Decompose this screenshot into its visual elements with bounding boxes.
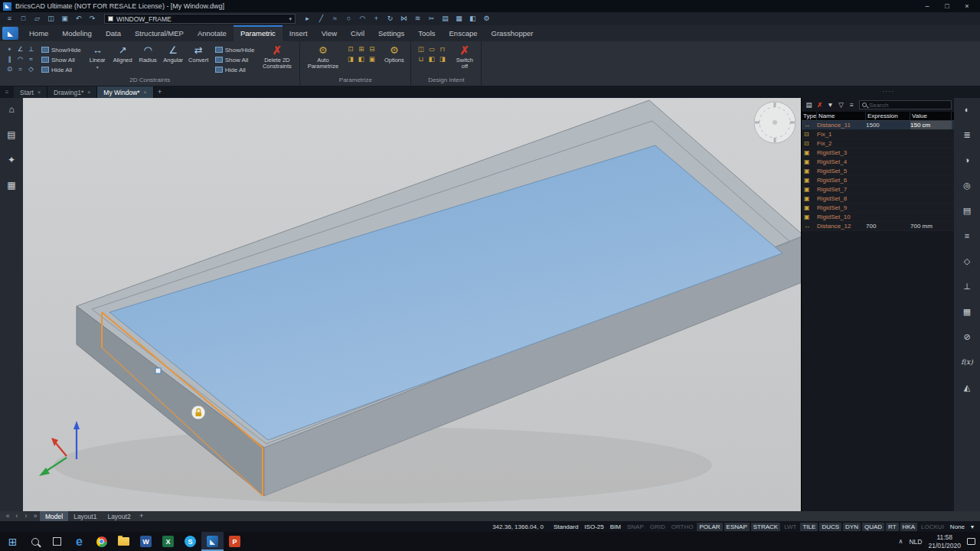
perpendicular-constraint-icon[interactable]: ⊥ [26, 44, 36, 54]
ribbon-tab[interactable]: Civil [344, 25, 371, 41]
redo-icon[interactable]: ↷ [86, 13, 99, 24]
properties-panel-icon[interactable]: ◐ [965, 102, 970, 117]
last-layout-icon[interactable]: » [31, 511, 40, 521]
open-file-icon[interactable]: ▱ [31, 13, 44, 24]
filter-parameters-icon[interactable]: ▽ [836, 100, 846, 110]
group-by-icon[interactable]: ≡ [847, 100, 857, 110]
document-tab[interactable]: Start × [14, 86, 47, 98]
status-toggle[interactable]: DYN [843, 523, 861, 531]
equal-constraint-icon[interactable]: = [15, 64, 25, 73]
ribbon-tab[interactable]: Insert [283, 25, 315, 41]
status-toggle[interactable]: STRACK [751, 523, 780, 531]
close-tab-icon[interactable]: × [38, 90, 41, 95]
ribbon-tab[interactable]: View [315, 25, 344, 41]
intent-equal-icon[interactable]: ⊓ [437, 44, 447, 54]
ribbon-tab[interactable]: Annotate [191, 25, 234, 41]
intent-coaxial-icon[interactable]: ▭ [426, 44, 436, 54]
viewport-3d-canvas[interactable] [23, 98, 801, 511]
parameter-row[interactable]: ▣ RigidSet_4 [802, 158, 954, 167]
materials-panel-icon[interactable]: ◑ [965, 152, 970, 168]
status-toggle[interactable]: HKA [900, 523, 917, 531]
offset-icon[interactable]: ≋ [411, 13, 424, 24]
design-intent-switch-off-button[interactable]: ✗ Switch off [452, 44, 476, 70]
new-file-icon[interactable]: □ [17, 13, 30, 24]
status-toggle[interactable]: ESNAP [724, 523, 750, 531]
column-header[interactable]: Type [802, 112, 817, 120]
parameter-expression[interactable]: 1500 [866, 121, 910, 129]
structure-panel-icon[interactable]: ≡ [965, 228, 969, 243]
navigation-compass[interactable] [754, 102, 795, 143]
taskbar-button[interactable]: S [179, 532, 201, 551]
parameter-expression[interactable] [866, 130, 910, 139]
taskbar-button[interactable]: X [157, 532, 179, 551]
delete-2d-constraints-button[interactable]: ✗ Delete 2D Constraints [259, 44, 295, 70]
parametrize-linear-icon[interactable]: ⊟ [367, 44, 377, 54]
parametrize-table-icon[interactable]: ▣ [367, 54, 377, 64]
layers-icon[interactable]: ▤ [439, 13, 452, 24]
parameter-row[interactable]: ▣ RigidSet_7 [802, 185, 954, 194]
action-center-icon[interactable] [967, 538, 975, 545]
new-layout-button[interactable]: + [136, 511, 147, 521]
rotate-icon[interactable]: ↻ [384, 13, 397, 24]
parameter-row[interactable]: ↔ Distance_11 1500 150 cm [802, 121, 954, 130]
render-panel-icon[interactable]: ◎ [963, 178, 971, 193]
status-toggle[interactable]: QUAD [862, 523, 884, 531]
mirror-icon[interactable]: ⋈ [397, 13, 410, 24]
ribbon-tab[interactable]: Settings [371, 25, 411, 41]
parameter-expression[interactable] [866, 185, 910, 194]
taskbar-button[interactable]: ◣ [201, 532, 224, 551]
intent-offset-icon[interactable]: ⊔ [416, 54, 426, 64]
close-button[interactable]: × [957, 0, 977, 12]
clock[interactable]: 11:58 21/01/2020 [928, 533, 961, 549]
parameter-row[interactable]: ▣ RigidSet_5 [802, 167, 954, 176]
layers-panel-icon[interactable]: ≣ [963, 127, 970, 142]
cursor-icon[interactable]: ▸ [301, 13, 314, 24]
trim-icon[interactable]: ✂ [425, 13, 438, 24]
taskbar-button[interactable]: ⊞ [2, 532, 24, 551]
parametrize-options-button[interactable]: ⚙ Options [382, 44, 406, 64]
status-toggle[interactable]: GRID [648, 523, 668, 531]
status-toggle[interactable]: ISO-25 [582, 523, 606, 531]
status-toggle[interactable]: SNAP [625, 523, 646, 531]
prev-layout-icon[interactable]: ‹ [12, 511, 21, 521]
keyboard-language[interactable]: NLD [909, 538, 922, 546]
layout-tab[interactable]: Model [40, 511, 68, 521]
parameter-row[interactable]: ⊡ Fix_1 [802, 130, 954, 139]
status-toggle[interactable]: LWT [782, 523, 799, 531]
ribbon-tab[interactable]: Structural/MEP [128, 25, 191, 41]
line-icon[interactable]: ╱ [315, 13, 328, 24]
document-tab[interactable]: My Window* × [97, 86, 153, 98]
polyline-icon[interactable]: ≈ [328, 13, 341, 24]
tray-expand-icon[interactable]: ∧ [899, 538, 903, 545]
parameter-row[interactable]: ▣ RigidSet_6 [802, 176, 954, 185]
taskbar-button[interactable]: e [68, 532, 90, 551]
dimensional-constraint-button[interactable]: ↗ Aligned [111, 44, 135, 64]
concentric-constraint-icon[interactable]: ⊙ [5, 64, 15, 73]
arc-icon[interactable]: ◠ [356, 13, 369, 24]
parametrize-radial-icon[interactable]: ◨ [345, 54, 355, 64]
status-toggle[interactable]: LOCKUI [919, 523, 946, 531]
parameter-row[interactable]: ↔ Distance_12 700 700 mm [802, 222, 954, 231]
ribbon-tab[interactable]: Tools [411, 25, 442, 41]
constraint-visibility-toggle[interactable]: Hide All [41, 65, 81, 74]
favorites-icon[interactable]: ✦ [8, 152, 15, 168]
parametrize-angle-icon[interactable]: ◧ [356, 54, 366, 64]
constraint-visibility-toggle[interactable]: Show All [41, 55, 81, 64]
status-toggle[interactable]: DUCS [819, 523, 841, 531]
minimize-button[interactable]: – [917, 0, 937, 12]
intent-coplanar-icon[interactable]: ◫ [416, 44, 426, 54]
taskbar-button[interactable]: P [224, 532, 246, 551]
dimensional-constraint-button[interactable]: ⇄ Convert [187, 44, 211, 64]
application-menu-button[interactable]: ◣ [2, 27, 18, 40]
ribbon-tab[interactable]: Data [99, 25, 128, 41]
status-toggle[interactable]: ORTHO [669, 523, 696, 531]
status-toggle[interactable]: Standard [551, 523, 580, 531]
parameter-expression[interactable] [866, 167, 910, 175]
ribbon-tab[interactable]: Parametric [234, 25, 283, 41]
parameter-expression[interactable] [866, 176, 910, 184]
save-icon[interactable]: ◫ [44, 13, 57, 24]
app-menu-icon[interactable]: ≡ [3, 13, 16, 24]
parameter-row[interactable]: ▣ RigidSet_8 [802, 194, 954, 204]
layer-dropdown[interactable]: WINDOW_FRAME ▾ [104, 14, 296, 24]
search-box[interactable] [859, 100, 952, 109]
